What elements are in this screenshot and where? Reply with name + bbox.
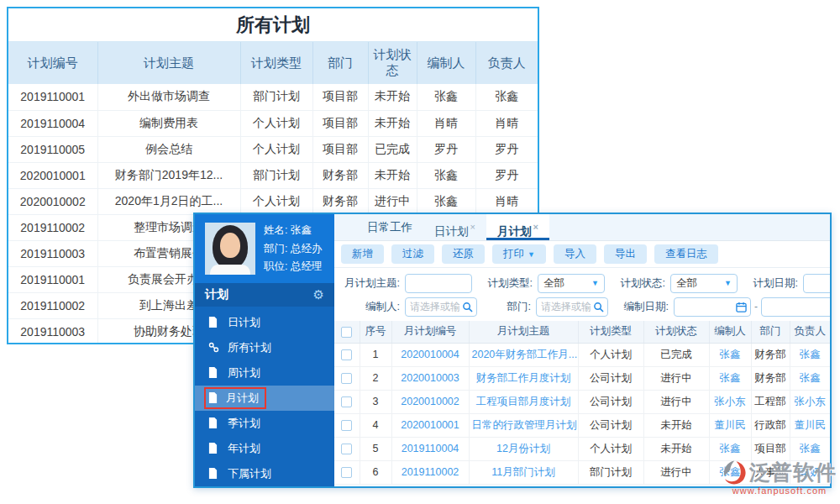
button-label: 导出 (615, 248, 636, 260)
sidebar-section-label: 计划 (205, 287, 228, 302)
chevron-down-icon: ▼ (724, 279, 732, 287)
打印-button[interactable]: 打印▼ (492, 244, 546, 264)
sidebar-menu: 日计划所有计划周计划月计划季计划年计划下属计划 (195, 307, 334, 486)
select-all-checkbox[interactable] (341, 327, 352, 338)
table-row: 42020010001日常的行政管理月计划公司计划未开始董川民行政部董川民 (334, 413, 830, 437)
sidebar-item-周计划[interactable]: 周计划 (195, 360, 334, 386)
link-icon (208, 342, 220, 354)
table-cell-link[interactable]: 2019110004 (391, 437, 469, 460)
table-cell: 2019110001 (8, 266, 97, 292)
table-cell-link[interactable]: 2020010004 (391, 343, 469, 366)
row-checkbox[interactable] (341, 373, 352, 384)
close-icon[interactable]: × (470, 222, 475, 232)
table-cell-link[interactable]: 12月份计划 (469, 437, 578, 460)
table-cell-link[interactable]: 财务部工作月度计划 (469, 366, 578, 390)
table-cell: 公司计划 (578, 366, 643, 390)
column-header: 月计划主题 (469, 321, 578, 343)
table-cell: 未开始 (368, 84, 417, 110)
table-cell-link[interactable]: 工程项目部月度计划 (469, 390, 578, 413)
row-checkbox[interactable] (341, 349, 352, 360)
dept-filter-label: 部门: (487, 300, 531, 314)
chevron-down-icon: ▼ (591, 279, 599, 287)
table-cell: 例会总结 (97, 136, 240, 162)
table-cell-link[interactable]: 张鑫 (790, 343, 830, 366)
user-name: 姓名: 张鑫 (264, 223, 322, 238)
sidebar-item-label: 周计划 (228, 365, 260, 381)
查看日志-button[interactable]: 查看日志 (654, 244, 718, 264)
sidebar-item-月计划[interactable]: 月计划 (195, 386, 334, 411)
type-filter-select[interactable]: 全部 ▼ (538, 274, 605, 293)
row-checkbox[interactable] (341, 420, 352, 431)
gear-icon[interactable]: ⚙ (313, 287, 324, 302)
filter-area: 月计划主题: 计划类型: 全部 ▼ 计划状态: 全部 ▼ 计划日期: (334, 268, 830, 321)
search-icon[interactable] (593, 302, 604, 312)
还原-button[interactable]: 还原 (442, 244, 485, 264)
compile-date-end-input[interactable] (761, 297, 830, 317)
table-cell: 项目部 (312, 136, 368, 162)
sidebar-item-label: 季计划 (228, 416, 260, 431)
row-checkbox[interactable] (341, 444, 352, 454)
table-cell: 项目部 (312, 84, 368, 110)
table-cell: 项目部 (312, 110, 368, 136)
sidebar-item-所有计划[interactable]: 所有计划 (195, 335, 334, 360)
search-icon[interactable] (462, 302, 473, 312)
tab-日计划[interactable]: 日计划× (423, 214, 486, 240)
table-cell-link[interactable]: 2020010003 (391, 366, 469, 390)
tab-日常工作[interactable]: 日常工作 (356, 214, 423, 240)
过滤-button[interactable]: 过滤 (391, 244, 434, 264)
table-row: 22020010003财务部工作月度计划公司计划进行中张鑫财务部张鑫 (334, 366, 830, 390)
table-cell: 5 (360, 437, 391, 460)
column-header: 月计划编号 (391, 321, 469, 343)
table-cell: 未开始 (643, 437, 709, 460)
sidebar-section-plan: 计划 ⚙ (195, 283, 334, 307)
table-cell: 3 (360, 390, 391, 413)
table-cell-link[interactable]: 日常的行政管理月计划 (469, 413, 578, 437)
close-icon[interactable]: × (533, 222, 538, 232)
导出-button[interactable]: 导出 (604, 244, 647, 264)
file-icon (208, 317, 220, 328)
table-cell-link[interactable]: 张小东 (790, 390, 830, 413)
sidebar-item-日计划[interactable]: 日计划 (195, 310, 334, 335)
date-filter-input[interactable] (803, 274, 830, 293)
file-icon (208, 468, 220, 480)
table-cell: 公司计划 (578, 413, 643, 437)
table-cell: 部门计划 (240, 84, 312, 110)
table-cell: 部门计划 (578, 460, 643, 484)
tab-月计划[interactable]: 月计划× (486, 214, 549, 240)
button-label: 新增 (352, 248, 373, 260)
新增-button[interactable]: 新增 (341, 244, 384, 264)
table-cell-link[interactable]: 张小东 (709, 390, 751, 413)
导入-button[interactable]: 导入 (554, 244, 596, 264)
table-cell-link[interactable]: 2020年财务部工作月... (469, 343, 578, 366)
table-cell: 2019110003 (8, 318, 97, 344)
date-range-separator: - (751, 301, 761, 312)
table-cell: 已完成 (643, 343, 709, 366)
calendar-icon[interactable] (736, 302, 747, 312)
table-cell: 个人计划 (240, 188, 312, 214)
avatar (205, 223, 255, 275)
sidebar-item-季计划[interactable]: 季计划 (195, 411, 334, 436)
sidebar-item-年计划[interactable]: 年计划 (195, 436, 334, 461)
table-cell: 6 (360, 460, 391, 484)
table-cell-link[interactable]: 董川民 (790, 413, 830, 437)
table-cell-link[interactable]: 2019110002 (391, 460, 469, 484)
status-filter-select[interactable]: 全部 ▼ (670, 274, 738, 293)
row-checkbox[interactable] (341, 467, 352, 478)
table-cell: 已完成 (368, 136, 417, 162)
table-cell-link[interactable]: 2020010001 (391, 413, 469, 437)
button-label: 打印 (503, 248, 524, 260)
row-checkbox[interactable] (341, 396, 352, 407)
table-cell-link[interactable]: 11月部门计划 (469, 460, 578, 484)
user-title: 职位: 总经理 (264, 260, 322, 274)
type-filter-label: 计划类型: (482, 276, 533, 291)
table-cell-link[interactable]: 2020010002 (391, 390, 469, 413)
table-cell-link[interactable]: 董川民 (709, 413, 751, 437)
sidebar-item-下属计划[interactable]: 下属计划 (195, 461, 334, 486)
tab-label: 月计划 (497, 225, 532, 238)
table-cell-link[interactable]: 张鑫 (709, 343, 751, 366)
table-row: 2019110005例会总结个人计划项目部已完成罗丹罗丹 (8, 136, 538, 162)
column-header: 负责人 (790, 321, 830, 343)
table-cell-link[interactable]: 张鑫 (709, 366, 751, 390)
theme-filter-input[interactable] (405, 274, 472, 293)
table-cell-link[interactable]: 张鑫 (790, 366, 830, 390)
